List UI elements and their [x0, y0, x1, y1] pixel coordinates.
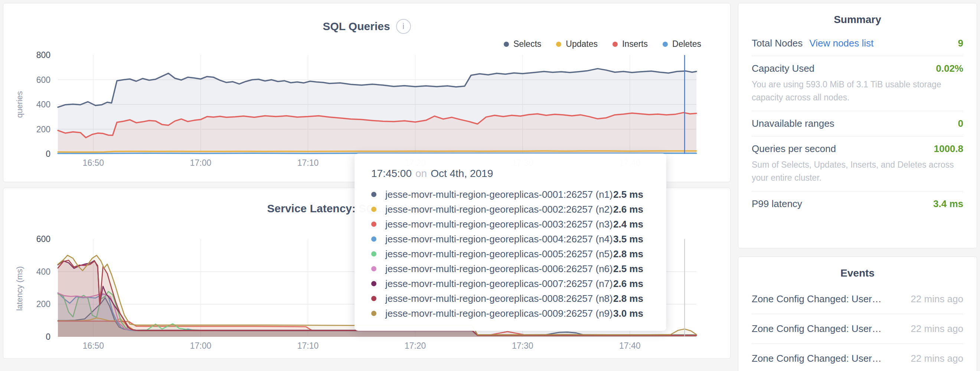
- legend-item-updates[interactable]: Updates: [556, 39, 598, 49]
- summary-row-capacity-used: Capacity Used0.02%You are using 593.0 Mi…: [752, 56, 963, 111]
- summary-row-total-nodes: Total NodesView nodes list9: [752, 31, 963, 56]
- event-label: Zone Config Changed: User…: [752, 353, 902, 364]
- events-panel: Events Zone Config Changed: User…22 mins…: [738, 256, 977, 371]
- tooltip-preposition: on: [415, 168, 427, 179]
- summary-row-main: Queries per second1000.8: [752, 143, 963, 155]
- tooltip-row: jesse-movr-multi-region-georeplicas-0009…: [371, 306, 666, 321]
- summary-rows: Total NodesView nodes list9Capacity Used…: [738, 31, 977, 216]
- tooltip-node-value: 3.5 ms: [613, 233, 643, 245]
- summary-row-main: Capacity Used0.02%: [752, 63, 963, 74]
- legend-label: Selects: [513, 39, 541, 49]
- chart-legend: SelectsUpdatesInsertsDeletes: [504, 39, 701, 49]
- tooltip-node-value: 2.8 ms: [613, 293, 643, 304]
- tooltip-row: jesse-movr-multi-region-georeplicas-0001…: [371, 187, 666, 202]
- tooltip-rows: jesse-movr-multi-region-georeplicas-0001…: [371, 187, 666, 321]
- summary-row-main: Total NodesView nodes list9: [752, 38, 963, 49]
- event-row[interactable]: Zone Config Changed: User…22 mins ago: [752, 285, 963, 314]
- summary-row-queries-per-second: Queries per second1000.8Sum of Selects, …: [752, 136, 963, 191]
- legend-label: Inserts: [622, 39, 648, 49]
- series-dot-icon: [371, 251, 376, 256]
- events-list: Zone Config Changed: User…22 mins agoZon…: [738, 285, 977, 371]
- summary-value: 0.02%: [936, 63, 963, 74]
- summary-row-main: Unavailable ranges0: [752, 118, 963, 130]
- x-tick-label: 17:10: [298, 341, 319, 350]
- y-tick-label: 200: [37, 299, 51, 309]
- series-dot-icon: [371, 237, 376, 241]
- tooltip-node-value: 2.6 ms: [613, 278, 643, 289]
- legend-dot-icon: [556, 42, 561, 47]
- tooltip-row: jesse-movr-multi-region-georeplicas-0004…: [371, 232, 666, 246]
- tooltip-row: jesse-movr-multi-region-georeplicas-0003…: [371, 217, 666, 232]
- y-tick-label: 400: [37, 100, 51, 109]
- x-tick-label: 17:00: [190, 341, 212, 350]
- tooltip-node-name: jesse-movr-multi-region-georeplicas-0003…: [385, 219, 613, 230]
- legend-item-selects[interactable]: Selects: [504, 39, 541, 49]
- tooltip-row: jesse-movr-multi-region-georeplicas-0002…: [371, 202, 666, 217]
- tooltip-row: jesse-movr-multi-region-georeplicas-0005…: [371, 246, 666, 261]
- tooltip-node-name: jesse-movr-multi-region-georeplicas-0006…: [385, 263, 613, 275]
- summary-subtext: Sum of Selects, Updates, Inserts, and De…: [752, 158, 963, 184]
- summary-value: 9: [958, 38, 963, 49]
- summary-label: Queries per second: [752, 143, 836, 155]
- tooltip-node-name: jesse-movr-multi-region-georeplicas-0002…: [385, 204, 613, 215]
- tooltip-node-name: jesse-movr-multi-region-georeplicas-0007…: [385, 278, 613, 289]
- legend-dot-icon: [504, 42, 509, 47]
- y-tick-label: 600: [37, 75, 51, 85]
- chart-header: SQL Queries i: [3, 19, 730, 34]
- info-icon[interactable]: i: [396, 19, 411, 34]
- summary-value: 1000.8: [934, 143, 963, 155]
- series-dot-icon: [371, 222, 376, 227]
- tooltip-node-name: jesse-movr-multi-region-georeplicas-0005…: [385, 248, 613, 260]
- view-nodes-list-link[interactable]: View nodes list: [809, 38, 873, 49]
- legend-dot-icon: [612, 42, 618, 47]
- event-timestamp: 22 mins ago: [911, 323, 963, 334]
- summary-label: Unavailable ranges: [752, 118, 835, 130]
- legend-item-inserts[interactable]: Inserts: [612, 39, 648, 49]
- tooltip-node-value: 3.0 ms: [613, 308, 643, 319]
- x-tick-label: 16:50: [83, 341, 104, 350]
- x-tick-label: 17:10: [298, 158, 319, 168]
- y-tick-label: 800: [37, 51, 51, 60]
- series-dot-icon: [371, 207, 376, 212]
- series-dot-icon: [371, 266, 376, 271]
- series-dot-icon: [371, 296, 376, 301]
- tooltip-node-value: 2.8 ms: [613, 248, 643, 260]
- x-tick-label: 17:30: [512, 341, 533, 350]
- y-tick-label: 0: [46, 149, 51, 159]
- tooltip-node-value: 2.6 ms: [613, 204, 643, 215]
- chart-tooltip: 17:45:00onOct 4th, 2019 jesse-movr-multi…: [355, 154, 666, 331]
- tooltip-row: jesse-movr-multi-region-georeplicas-0006…: [371, 261, 666, 276]
- summary-row-main: P99 latency3.4 ms: [752, 198, 963, 209]
- summary-subtext: You are using 593.0 MiB of 3.1 TiB usabl…: [752, 78, 963, 104]
- event-label: Zone Config Changed: User…: [752, 293, 902, 305]
- y-tick-label: 200: [37, 125, 51, 134]
- summary-title: Summary: [738, 14, 977, 26]
- summary-label: Total Nodes: [752, 38, 803, 49]
- event-row[interactable]: Zone Config Changed: User…22 mins ago: [752, 314, 963, 344]
- summary-row-p99-latency: P99 latency3.4 ms: [752, 191, 963, 216]
- tooltip-time: 17:45:00: [371, 168, 412, 179]
- tooltip-row: jesse-movr-multi-region-georeplicas-0007…: [371, 276, 666, 291]
- event-timestamp: 22 mins ago: [911, 293, 963, 305]
- legend-label: Updates: [566, 39, 598, 49]
- x-tick-label: 17:00: [190, 158, 212, 168]
- y-tick-label: 400: [37, 267, 51, 277]
- legend-label: Deletes: [672, 39, 701, 49]
- x-tick-label: 17:40: [619, 341, 641, 350]
- event-timestamp: 22 mins ago: [911, 353, 963, 364]
- y-tick-label: 0: [46, 332, 51, 342]
- event-row[interactable]: Zone Config Changed: User…22 mins ago: [752, 344, 963, 371]
- series-dot-icon: [371, 281, 376, 286]
- legend-item-deletes[interactable]: Deletes: [663, 39, 701, 49]
- tooltip-node-name: jesse-movr-multi-region-georeplicas-0009…: [385, 308, 613, 319]
- tooltip-row: jesse-movr-multi-region-georeplicas-0008…: [371, 291, 666, 306]
- tooltip-node-value: 2.5 ms: [613, 263, 643, 275]
- series-dot-icon: [371, 311, 376, 316]
- event-label: Zone Config Changed: User…: [752, 323, 902, 334]
- tooltip-node-name: jesse-movr-multi-region-georeplicas-0008…: [385, 293, 613, 304]
- series-dot-icon: [371, 192, 376, 197]
- summary-value: 0: [958, 118, 963, 130]
- tooltip-header: 17:45:00onOct 4th, 2019: [371, 168, 666, 179]
- events-title: Events: [738, 267, 977, 279]
- summary-label: P99 latency: [752, 198, 802, 209]
